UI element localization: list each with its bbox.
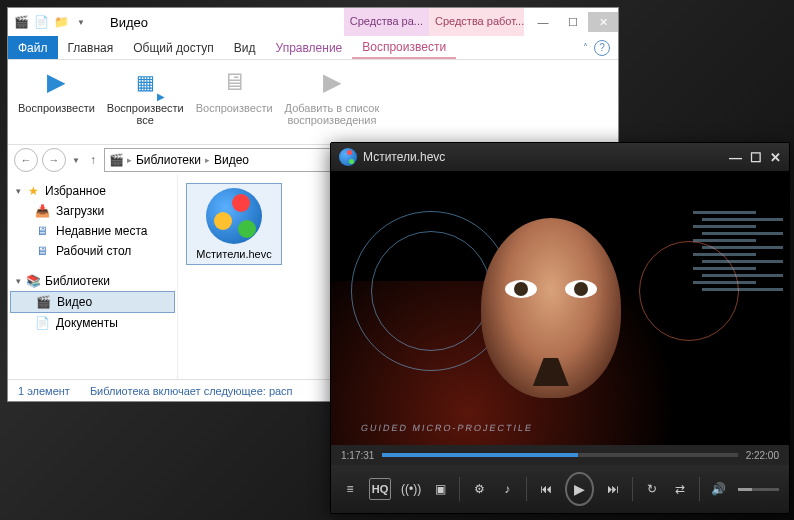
ribbon-body: ▶ Воспроизвести ▦▶ Воспроизвести все 🖥 В… [8,60,618,145]
nav-item-recent[interactable]: 🖥Недавние места [8,221,177,241]
context-tab-video[interactable]: Средства работ... [429,8,524,36]
qat-newfolder-icon[interactable]: 📁 [52,13,70,31]
play-all-label: Воспроизвести все [107,102,184,126]
context-tab-headers: Средства ра... Средства работ... [344,8,524,36]
tab-view[interactable]: Вид [224,36,266,59]
volume-slider[interactable] [738,488,779,491]
equalizer-icon[interactable]: ♪ [498,478,516,500]
add-list-label: Добавить в список воспроизведения [285,102,380,126]
nav-label: Документы [56,316,118,330]
forward-button[interactable]: → [42,148,66,172]
time-total: 2:22:00 [746,450,779,461]
ribbon-cmd-play[interactable]: ▶ Воспроизвести [18,64,95,140]
window-title: Видео [110,15,148,30]
menu-icon[interactable]: ≡ [341,478,359,500]
nav-item-downloads[interactable]: 📥Загрузки [8,201,177,221]
file-item[interactable]: Мстители.hevc [186,183,282,265]
play-button[interactable]: ▶ [565,472,594,506]
play-all-icon: ▦▶ [127,64,163,100]
qat-properties-icon[interactable]: 📄 [32,13,50,31]
seek-row: 1:17:31 2:22:00 [331,445,789,465]
status-info: Библиотека включает следующее: расп [90,385,293,397]
separator [699,477,700,501]
shuffle-button[interactable]: ⇄ [671,478,689,500]
cast-icon[interactable]: ((•)) [401,478,421,500]
video-player-window: Мстители.hevc — ☐ ✕ GUIDED MICRO-PROJECT… [330,142,790,514]
qat-dropdown-icon[interactable]: ▼ [72,13,90,31]
video-viewport[interactable]: GUIDED MICRO-PROJECTILE [331,171,789,445]
help-icon[interactable]: ? [594,40,610,56]
star-icon: ★ [25,183,41,199]
nav-label: Загрузки [56,204,104,218]
tab-share[interactable]: Общий доступ [123,36,224,59]
nav-libraries-header[interactable]: ▾📚Библиотеки [8,271,177,291]
back-button[interactable]: ← [14,148,38,172]
seek-bar[interactable] [382,453,737,457]
player-title: Мстители.hevc [363,150,445,164]
status-count: 1 элемент [18,385,70,397]
location-icon: 🎬 [109,152,125,168]
screenshot-icon[interactable]: ▣ [431,478,449,500]
repeat-button[interactable]: ↻ [643,478,661,500]
video-frame-face [481,218,621,398]
nav-item-video[interactable]: 🎬Видео [10,291,175,313]
folder-icon: 📥 [34,203,50,219]
libraries-label: Библиотеки [45,274,110,288]
recent-icon: 🖥 [34,223,50,239]
player-titlebar[interactable]: Мстители.hevc — ☐ ✕ [331,143,789,171]
cast-label: Воспроизвести [196,102,273,114]
tab-manage[interactable]: Управление [266,36,353,59]
ribbon-cmd-cast: 🖥 Воспроизвести [196,64,273,140]
nav-label: Видео [57,295,92,309]
nav-label: Рабочий стол [56,244,131,258]
crumb-libraries[interactable]: Библиотеки [134,153,203,167]
player-close-button[interactable]: ✕ [770,150,781,165]
settings-icon[interactable]: ⚙ [470,478,488,500]
documents-icon: 📄 [34,315,50,331]
hq-button[interactable]: HQ [369,478,391,500]
close-button[interactable]: ✕ [588,12,618,32]
tab-play[interactable]: Воспроизвести [352,36,456,59]
prev-button[interactable]: ⏮ [537,478,555,500]
favorites-label: Избранное [45,184,106,198]
tab-home[interactable]: Главная [58,36,124,59]
separator [459,477,460,501]
context-tab-library[interactable]: Средства ра... [344,8,429,36]
ribbon-right: ˄ ? [583,36,618,59]
file-name: Мстители.hevc [196,248,272,260]
hud-overlay-text: GUIDED MICRO-PROJECTILE [360,423,534,433]
player-controls: ≡ HQ ((•)) ▣ ⚙ ♪ ⏮ ▶ ⏭ ↻ ⇄ 🔊 [331,465,789,513]
ribbon-tabs: Файл Главная Общий доступ Вид Управление… [8,36,618,60]
next-button[interactable]: ⏭ [604,478,622,500]
history-dropdown-icon[interactable]: ▼ [70,156,82,165]
window-controls: — ☐ ✕ [528,12,618,32]
nav-label: Недавние места [56,224,147,238]
crumb-video[interactable]: Видео [212,153,251,167]
libraries-icon: 📚 [25,273,41,289]
play-label: Воспроизвести [18,102,95,114]
quick-access-toolbar: 🎬 📄 📁 ▼ [8,13,90,31]
nav-item-desktop[interactable]: 🖥Рабочий стол [8,241,177,261]
crumb-sep-icon[interactable]: ▸ [205,155,210,165]
collapse-ribbon-icon[interactable]: ˄ [583,42,588,53]
nav-item-documents[interactable]: 📄Документы [8,313,177,333]
player-minimize-button[interactable]: — [729,150,742,165]
tab-file[interactable]: Файл [8,36,58,59]
file-icon [206,188,262,244]
navigation-pane: ▾★Избранное 📥Загрузки 🖥Недавние места 🖥Р… [8,175,178,379]
explorer-titlebar[interactable]: 🎬 📄 📁 ▼ Видео Средства ра... Средства ра… [8,8,618,36]
chevron-down-icon: ▾ [16,186,21,196]
crumb-sep-icon[interactable]: ▸ [127,155,132,165]
player-maximize-button[interactable]: ☐ [750,150,762,165]
up-button[interactable]: ↑ [86,153,100,167]
desktop-icon: 🖥 [34,243,50,259]
ribbon-cmd-playall[interactable]: ▦▶ Воспроизвести все [107,64,184,140]
minimize-button[interactable]: — [528,12,558,32]
cast-icon: 🖥 [216,64,252,100]
player-window-controls: — ☐ ✕ [729,150,781,165]
video-icon: 🎬 [35,294,51,310]
nav-favorites-header[interactable]: ▾★Избранное [8,181,177,201]
separator [526,477,527,501]
maximize-button[interactable]: ☐ [558,12,588,32]
volume-icon[interactable]: 🔊 [710,478,728,500]
